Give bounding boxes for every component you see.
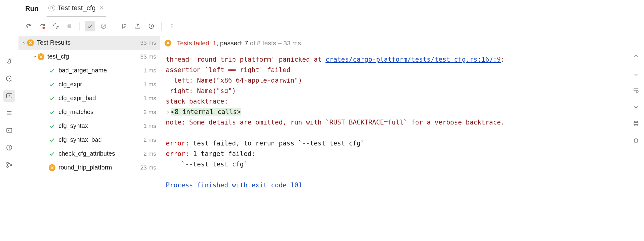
folded-region[interactable]: <8 internal calls> (171, 108, 241, 116)
vcs-tool-icon[interactable] (3, 159, 15, 171)
test-name: cfg_expr (59, 81, 144, 88)
tree-root-label: Test Results (37, 39, 140, 46)
test-results-root[interactable]: Test Results 33 ms (18, 36, 160, 50)
tree-root-time: 33 ms (140, 39, 156, 46)
source-link[interactable]: crates/cargo-platform/tests/test_cfg.rs:… (325, 56, 501, 63)
svg-point-12 (6, 162, 8, 164)
console-line: thread 'round_trip_platform' panicked at (166, 56, 325, 63)
show-passed-toggle[interactable] (85, 21, 95, 31)
test-suite-row[interactable]: test_cfg 33 ms (18, 50, 160, 63)
svg-marker-3 (9, 95, 10, 97)
clear-all-icon[interactable] (631, 135, 641, 145)
run-tab-bar: Run R Test test_cfg ✕ (18, 0, 628, 17)
console-area: Tests failed: 1, passed: 7 of 8 tests – … (160, 35, 628, 241)
rust-icon: R (48, 5, 55, 11)
pass-status-icon (49, 137, 55, 143)
console-line: right: Name("sg") (166, 87, 236, 95)
toolbar-separator (79, 22, 80, 31)
structure-tool-icon[interactable] (3, 107, 15, 119)
pass-status-icon (49, 109, 55, 116)
test-history-button[interactable] (146, 21, 157, 31)
services-tool-icon[interactable] (3, 73, 15, 84)
rerun-button[interactable] (23, 21, 34, 31)
test-row[interactable]: cfg_syntax1 ms (18, 119, 160, 133)
run-config-label: Test test_cfg (58, 4, 96, 12)
fail-status-icon (49, 164, 55, 171)
test-summary-bar: Tests failed: 1, passed: 7 of 8 tests – … (160, 35, 628, 51)
terminal-tool-icon[interactable] (3, 125, 15, 136)
svg-rect-7 (6, 129, 12, 133)
import-tests-button[interactable] (132, 21, 143, 31)
sort-button[interactable] (119, 21, 129, 31)
summary-passed: , passed: 7 (216, 39, 248, 47)
summary-total: of 8 tests – 33 ms (248, 39, 301, 47)
test-name: cfg_syntax_bad (59, 136, 144, 143)
console-output[interactable]: thread 'round_trip_platform' panicked at… (160, 51, 628, 241)
fold-icon[interactable]: › (166, 107, 170, 117)
test-time: 2 ms (144, 137, 156, 143)
test-name: bad_target_name (59, 67, 144, 74)
fail-status-icon (27, 39, 34, 46)
build-tool-icon[interactable] (3, 55, 15, 67)
chevron-down-icon[interactable] (22, 41, 27, 45)
test-time: 23 ms (140, 164, 156, 171)
run-content: Test Results 33 ms test_cfg 33 ms bad_ta… (18, 35, 628, 241)
down-stack-icon[interactable] (631, 68, 641, 79)
show-ignored-toggle[interactable] (98, 21, 109, 31)
console-line: left: Name("x86_64-apple-darwin") (166, 77, 302, 84)
console-line: assertion `left == right` failed (166, 66, 291, 74)
test-name: cfg_expr_bad (59, 95, 144, 102)
console-line: `--test test_cfg` (166, 161, 248, 168)
svg-point-25 (172, 24, 173, 25)
exit-code-line: Process finished with exit code 101 (166, 182, 302, 189)
error-label: error (166, 150, 185, 157)
fail-status-icon (38, 53, 44, 60)
pass-status-icon (49, 150, 55, 157)
svg-line-20 (102, 25, 105, 28)
test-time: 2 ms (144, 150, 156, 157)
stop-button[interactable] (64, 21, 75, 31)
test-tree: Test Results 33 ms test_cfg 33 ms bad_ta… (18, 35, 160, 241)
up-stack-icon[interactable] (631, 52, 641, 62)
suite-label: test_cfg (47, 53, 140, 60)
test-row[interactable]: round_trip_platform23 ms (18, 161, 160, 174)
test-time: 1 ms (144, 81, 156, 88)
left-tool-stripe (0, 0, 18, 241)
close-tab-icon[interactable]: ✕ (99, 5, 104, 11)
pass-status-icon (49, 95, 55, 102)
more-options-button[interactable] (167, 21, 177, 31)
test-row[interactable]: cfg_expr1 ms (18, 77, 160, 91)
toggle-auto-test-button[interactable] (51, 21, 61, 31)
suite-time: 33 ms (140, 53, 156, 60)
toolbar-separator (161, 22, 162, 31)
chevron-down-icon[interactable] (32, 55, 38, 59)
test-row[interactable]: bad_target_name1 ms (18, 63, 160, 77)
run-tool-icon[interactable] (3, 90, 15, 102)
svg-point-27 (172, 27, 173, 28)
svg-point-26 (172, 26, 173, 27)
pass-status-icon (49, 67, 55, 74)
svg-marker-1 (9, 78, 10, 80)
test-row[interactable]: cfg_expr_bad1 ms (18, 91, 160, 105)
test-name: check_cfg_attributes (59, 150, 144, 157)
svg-marker-15 (27, 26, 29, 28)
rerun-failed-button[interactable] (37, 21, 47, 31)
test-row[interactable]: cfg_matches2 ms (18, 105, 160, 119)
test-row[interactable]: cfg_syntax_bad2 ms (18, 133, 160, 147)
console-line: stack backtrace: (166, 98, 228, 105)
print-icon[interactable] (631, 118, 641, 129)
test-time: 1 ms (144, 95, 156, 102)
console-line: note: Some details are omitted, run with… (166, 119, 505, 126)
test-name: cfg_matches (59, 108, 144, 116)
scroll-to-end-icon[interactable] (631, 102, 641, 112)
test-row[interactable]: check_cfg_attributes2 ms (18, 147, 160, 161)
soft-wrap-icon[interactable] (631, 85, 641, 96)
test-name: round_trip_platform (59, 164, 140, 171)
run-config-tab[interactable]: R Test test_cfg ✕ (47, 0, 106, 17)
run-toolbar (18, 17, 628, 35)
fail-status-icon (165, 40, 171, 47)
problems-tool-icon[interactable] (3, 142, 15, 153)
test-time: 2 ms (144, 109, 156, 116)
run-tool-window: Run R Test test_cfg ✕ (18, 0, 628, 241)
test-name: cfg_syntax (59, 122, 144, 129)
